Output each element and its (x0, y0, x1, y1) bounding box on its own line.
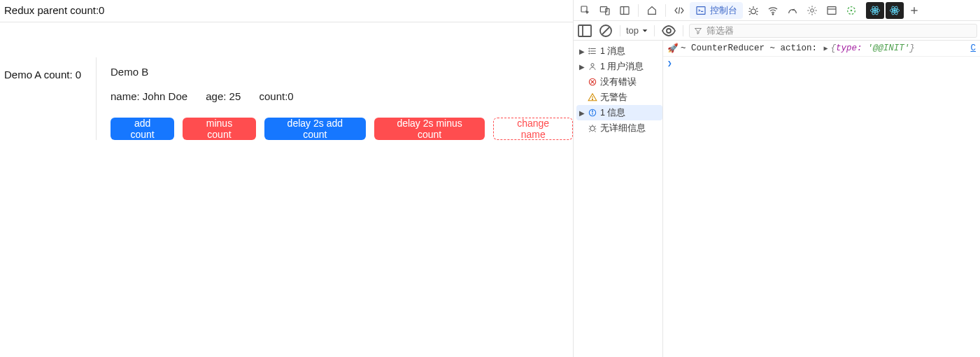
console-filter-input[interactable]: 筛选器 (689, 24, 977, 38)
sidebar-no-warnings-label: 无警告 (600, 92, 627, 104)
demo-b-age: age: 25 (206, 90, 241, 102)
svg-rect-5 (697, 6, 705, 14)
console-sidebar: ▶ 1 消息 ▶ 1 用户消息 ▶ 没有错误 ▶ 无警告 (574, 41, 663, 357)
demo-a-count: Demo A count: 0 (0, 57, 97, 140)
dock-side-icon[interactable] (616, 2, 634, 19)
sidebar-info[interactable]: ▶ 1 信息 (576, 105, 662, 120)
demo-b-count: count:0 (259, 90, 293, 102)
memory-tab-icon[interactable] (803, 2, 821, 19)
more-tabs-icon[interactable] (905, 2, 923, 19)
svg-point-27 (667, 29, 671, 33)
sidebar-info-label: 1 信息 (600, 107, 625, 119)
svg-rect-23 (578, 25, 591, 36)
network-tab-icon[interactable] (764, 2, 782, 19)
context-selector[interactable]: top (626, 25, 648, 36)
welcome-tab-icon[interactable] (643, 2, 661, 19)
debugger-tab-icon[interactable] (744, 2, 762, 19)
performance-tab-icon[interactable] (783, 2, 802, 19)
sidebar-no-errors[interactable]: ▶ 没有错误 (576, 74, 662, 90)
profiler-tab-icon[interactable] (842, 2, 860, 19)
elements-tab-icon[interactable] (670, 2, 688, 19)
console-output: 🚀 ~ CounterReducer ~ action: ▶{type: '@@… (663, 41, 980, 357)
devtools-toolbar: 控制台 (574, 0, 980, 21)
delay-minus-count-button[interactable]: delay 2s minus count (374, 118, 485, 140)
console-tab[interactable]: 控制台 (690, 2, 743, 19)
application-tab-icon[interactable] (823, 2, 841, 19)
svg-rect-9 (828, 6, 836, 14)
console-source-link[interactable]: C (970, 43, 976, 53)
demo-b-name: name: John Doe (111, 90, 187, 102)
delay-add-count-button[interactable]: delay 2s add count (264, 118, 366, 140)
device-toggle-icon[interactable] (596, 2, 614, 19)
sidebar-user-messages-label: 1 用户消息 (600, 61, 644, 73)
rocket-icon: 🚀 (667, 43, 676, 54)
svg-point-32 (589, 50, 590, 51)
svg-point-6 (751, 9, 756, 14)
svg-point-33 (589, 53, 590, 54)
console-log-text: ~ CounterReducer ~ action: ▶{type: '@@IN… (681, 43, 966, 53)
demo-b-title: Demo B (111, 66, 573, 78)
svg-point-8 (811, 8, 814, 12)
inspect-element-icon[interactable] (576, 2, 595, 19)
svg-point-12 (851, 9, 853, 11)
sidebar-messages-label: 1 消息 (600, 46, 625, 57)
change-name-button[interactable]: change name (493, 118, 573, 140)
user-icon (588, 62, 597, 71)
svg-rect-3 (620, 6, 629, 14)
minus-count-button[interactable]: minus count (183, 118, 256, 140)
svg-point-31 (589, 48, 590, 49)
page-area: Redux parent count:0 Demo A count: 0 Dem… (0, 0, 574, 357)
live-expressions-icon[interactable] (660, 23, 677, 38)
error-icon (588, 77, 597, 87)
react-profiler-icon[interactable] (886, 2, 904, 19)
console-tab-label: 控制台 (710, 4, 737, 17)
toggle-sidebar-icon[interactable] (576, 23, 593, 38)
context-label: top (626, 25, 639, 36)
filter-icon (694, 27, 702, 35)
page-title: Redux parent count:0 (0, 0, 573, 22)
console-toolbar: top 筛选器 (574, 21, 980, 41)
sidebar-messages[interactable]: ▶ 1 消息 (576, 43, 662, 59)
warning-icon (588, 92, 597, 102)
add-count-button[interactable]: add count (111, 118, 174, 140)
sidebar-no-verbose[interactable]: ▶ 无详细信息 (576, 120, 662, 136)
react-devtools-icon[interactable] (866, 2, 884, 19)
svg-point-7 (772, 13, 774, 15)
list-icon (588, 46, 597, 56)
clear-console-icon[interactable] (597, 23, 614, 38)
svg-line-26 (602, 27, 609, 34)
svg-point-17 (894, 9, 896, 11)
sidebar-no-warnings[interactable]: ▶ 无警告 (576, 90, 662, 105)
svg-point-39 (592, 99, 592, 99)
svg-point-42 (592, 111, 592, 111)
sidebar-user-messages[interactable]: ▶ 1 用户消息 (576, 59, 662, 74)
demo-b-info: name: John Doe age: 25 count:0 (111, 90, 573, 102)
devtools-panel: 控制台 (574, 0, 980, 357)
bug-icon (588, 123, 597, 133)
demo-b: Demo B name: John Doe age: 25 count:0 ad… (97, 57, 573, 140)
sidebar-no-errors-label: 没有错误 (600, 76, 637, 88)
console-log-row[interactable]: 🚀 ~ CounterReducer ~ action: ▶{type: '@@… (663, 41, 980, 57)
svg-point-13 (874, 9, 876, 11)
svg-point-34 (591, 64, 594, 66)
svg-point-43 (590, 126, 595, 131)
console-prompt[interactable]: ❯ (663, 57, 980, 71)
info-icon (588, 108, 597, 118)
chevron-right-icon: ❯ (667, 59, 672, 68)
sidebar-no-verbose-label: 无详细信息 (600, 122, 646, 134)
filter-placeholder: 筛选器 (706, 24, 734, 37)
